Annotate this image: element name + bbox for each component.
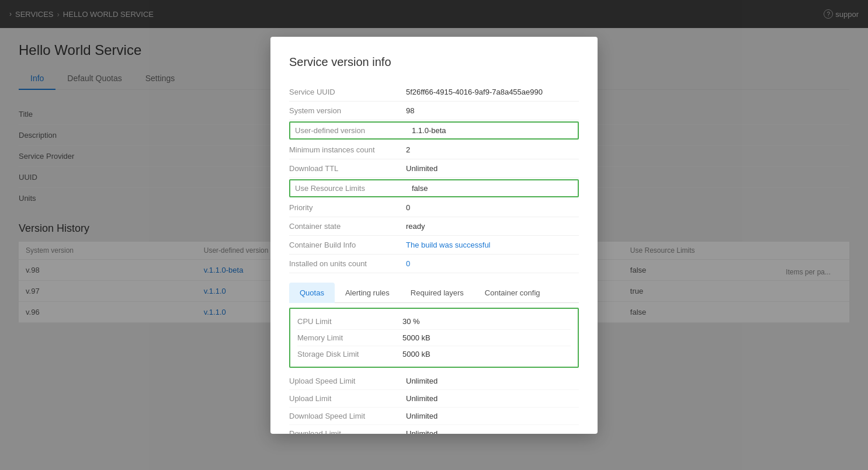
quota-label-cpu: CPU Limit [297, 317, 402, 326]
quota-label-upload-speed: Upload Speed Limit [289, 377, 406, 385]
modal-row-container-state: Container state ready [289, 217, 579, 236]
modal-value-system-version: 98 [406, 106, 579, 115]
quota-value-upload-speed: Unlimited [406, 377, 438, 385]
modal-row-system-version: System version 98 [289, 102, 579, 120]
modal-row-build-info: Container Build Info The build was succe… [289, 236, 579, 255]
quota-value-download-limit: Unlimited [406, 429, 438, 434]
sub-tab-container-config[interactable]: Container config [474, 283, 551, 303]
quota-label-download-limit: Download Limit [289, 429, 406, 434]
modal-label-resource-limits: Use Resource Limits [295, 184, 412, 193]
quota-value-cpu: 30 % [402, 317, 420, 326]
quota-row-cpu: CPU Limit 30 % [297, 314, 571, 330]
modal-label-user-version: User-defined version [295, 126, 412, 135]
quota-value-memory: 5000 kB [402, 333, 430, 342]
quota-label-memory: Memory Limit [297, 333, 402, 342]
modal-row-installed-units: Installed on units count 0 [289, 255, 579, 273]
modal-overlay: Service version info Service UUID 5f26ff… [0, 0, 868, 470]
quota-label-download-speed: Download Speed Limit [289, 412, 406, 420]
modal-value-container-state: ready [406, 222, 579, 231]
modal-title: Service version info [289, 55, 579, 69]
modal-sub-tabs: Quotas Alerting rules Required layers Co… [289, 283, 579, 303]
modal-row-priority: Priority 0 [289, 199, 579, 217]
modal-row-download-ttl: Download TTL Unlimited [289, 159, 579, 178]
modal-value-priority: 0 [406, 203, 579, 212]
service-version-info-modal: Service version info Service UUID 5f26ff… [270, 37, 598, 434]
modal-row-min-instances: Minimum instances count 2 [289, 141, 579, 159]
quota-row-download-limit: Download Limit Unlimited [289, 425, 579, 434]
quota-row-download-speed: Download Speed Limit Unlimited [289, 408, 579, 425]
quota-row-upload-speed: Upload Speed Limit Unlimited [289, 372, 579, 390]
modal-label-min-instances: Minimum instances count [289, 145, 406, 154]
quota-value-storage: 5000 kB [402, 350, 430, 358]
quota-row-storage: Storage Disk Limit 5000 kB [297, 346, 571, 362]
modal-value-resource-limits: false [412, 184, 573, 193]
quota-row-memory: Memory Limit 5000 kB [297, 330, 571, 346]
modal-row-resource-limits: Use Resource Limits false [289, 179, 579, 197]
quota-value-download-speed: Unlimited [406, 412, 438, 420]
modal-value-installed-units: 0 [406, 259, 579, 268]
modal-row-service-uuid: Service UUID 5f26ff66-4915-4016-9af9-7a8… [289, 83, 579, 102]
quota-label-storage: Storage Disk Limit [297, 350, 402, 358]
sub-tab-quotas[interactable]: Quotas [289, 283, 335, 303]
modal-value-build-info: The build was successful [406, 241, 579, 249]
modal-label-container-state: Container state [289, 222, 406, 231]
modal-label-system-version: System version [289, 106, 406, 115]
modal-label-installed-units: Installed on units count [289, 259, 406, 268]
modal-value-download-ttl: Unlimited [406, 164, 579, 173]
modal-label-build-info: Container Build Info [289, 241, 406, 249]
sub-tab-alerting-rules[interactable]: Alerting rules [335, 283, 400, 303]
sub-tab-required-layers[interactable]: Required layers [400, 283, 474, 303]
quota-highlighted-box: CPU Limit 30 % Memory Limit 5000 kB Stor… [289, 308, 579, 368]
quota-label-upload-limit: Upload Limit [289, 394, 406, 403]
modal-label-download-ttl: Download TTL [289, 164, 406, 173]
quota-value-upload-limit: Unlimited [406, 394, 438, 403]
modal-value-min-instances: 2 [406, 145, 579, 154]
modal-value-service-uuid: 5f26ff66-4915-4016-9af9-7a8a455ae990 [406, 88, 579, 96]
quota-row-upload-limit: Upload Limit Unlimited [289, 390, 579, 408]
modal-label-service-uuid: Service UUID [289, 88, 406, 96]
modal-row-user-version: User-defined version 1.1.0-beta [289, 121, 579, 140]
modal-value-user-version: 1.1.0-beta [412, 126, 573, 135]
modal-label-priority: Priority [289, 203, 406, 212]
